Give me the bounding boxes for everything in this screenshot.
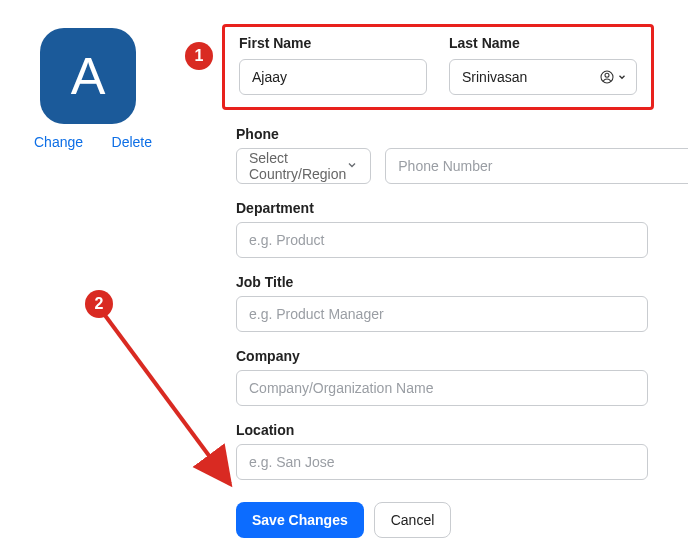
location-label: Location bbox=[236, 422, 648, 438]
job-title-input[interactable] bbox=[236, 296, 648, 332]
delete-avatar-link[interactable]: Delete bbox=[112, 134, 152, 150]
cancel-button[interactable]: Cancel bbox=[374, 502, 452, 538]
department-label: Department bbox=[236, 200, 648, 216]
phone-country-placeholder: Select Country/Region bbox=[249, 150, 346, 182]
annotation-badge-1: 1 bbox=[185, 42, 213, 70]
phone-number-input[interactable] bbox=[385, 148, 688, 184]
avatar-letter: A bbox=[71, 46, 106, 106]
job-title-label: Job Title bbox=[236, 274, 648, 290]
phone-label: Phone bbox=[236, 126, 648, 142]
department-input[interactable] bbox=[236, 222, 648, 258]
last-name-label: Last Name bbox=[449, 35, 637, 51]
company-input[interactable] bbox=[236, 370, 648, 406]
first-name-label: First Name bbox=[239, 35, 427, 51]
save-button[interactable]: Save Changes bbox=[236, 502, 364, 538]
location-input[interactable] bbox=[236, 444, 648, 480]
avatar: A bbox=[40, 28, 136, 124]
svg-point-1 bbox=[605, 73, 609, 77]
first-name-input[interactable] bbox=[239, 59, 427, 95]
profile-dropdown-icon[interactable] bbox=[599, 69, 627, 85]
change-avatar-link[interactable]: Change bbox=[34, 134, 83, 150]
phone-country-select[interactable]: Select Country/Region bbox=[236, 148, 371, 184]
name-fields-highlight: First Name Last Name bbox=[222, 24, 654, 110]
annotation-badge-2: 2 bbox=[85, 290, 113, 318]
chevron-down-icon bbox=[346, 158, 358, 174]
company-label: Company bbox=[236, 348, 648, 364]
